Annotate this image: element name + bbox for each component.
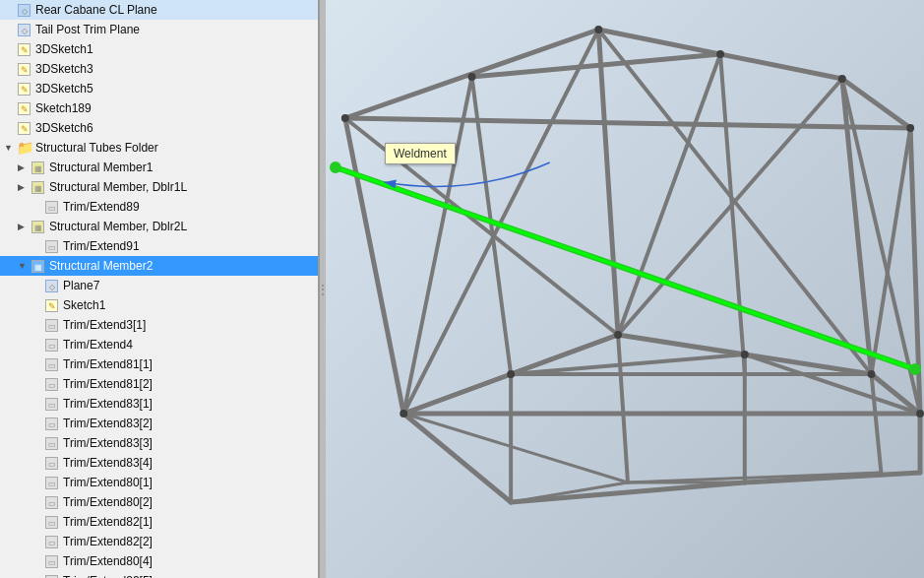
tree-item-3dsketch1[interactable]: ✎3DSketch1 — [0, 39, 318, 59]
svg-point-56 — [741, 351, 749, 358]
tree-item-icon-trim: ▭ — [43, 237, 61, 255]
svg-point-57 — [330, 161, 341, 173]
tree-item-label: Trim/Extend4 — [61, 336, 133, 353]
tree-item-icon-trim: ▭ — [43, 513, 61, 531]
tree-item-trim-extend80-1[interactable]: ▭Trim/Extend80[1] — [0, 473, 318, 492]
tree-item-label: Trim/Extend82[2] — [61, 533, 153, 550]
tree-item-label: 3DSketch5 — [33, 80, 93, 97]
svg-point-49 — [400, 410, 407, 417]
tree-item-icon-trim: ▭ — [43, 395, 61, 413]
tree-item-trim-extend91[interactable]: ▭Trim/Extend91 — [0, 236, 318, 256]
svg-point-50 — [614, 331, 622, 339]
tree-item-trim-extend83-3[interactable]: ▭Trim/Extend83[3] — [0, 433, 318, 453]
tree-item-3dsketch3[interactable]: ✎3DSketch3 — [0, 59, 318, 79]
tree-item-label: Trim/Extend83[3] — [61, 434, 153, 452]
tree-item-label: Trim/Extend81[2] — [61, 375, 153, 393]
svg-point-53 — [468, 73, 476, 81]
tree-item-label: Structural Member, Dblr2L — [47, 218, 187, 235]
tree-item-icon-trim: ▭ — [43, 552, 61, 570]
tree-item-icon-sketch: ✎ — [43, 296, 61, 314]
tree-item-label: Trim/Extend91 — [61, 237, 140, 255]
tree-item-icon-trim: ▭ — [43, 355, 61, 373]
feature-tree-panel[interactable]: ◇Rear Cabane CL Plane◇Tail Post Trim Pla… — [0, 0, 320, 578]
svg-point-46 — [594, 26, 602, 33]
tree-item-icon-trim: ▭ — [43, 493, 61, 511]
tree-item-icon-trim: ▭ — [43, 474, 61, 491]
tree-item-icon-struct: ▦ — [30, 218, 47, 235]
tree-item-label: Structural Member1 — [47, 159, 153, 176]
tree-item-label: Trim/Extend81[1] — [61, 355, 153, 373]
tree-item-label: Structural Member, Dblr1L — [47, 178, 187, 196]
tree-item-label: Trim/Extend80[2] — [61, 493, 153, 511]
expand-icon[interactable]: ▶ — [18, 159, 30, 176]
svg-point-47 — [838, 75, 846, 83]
svg-point-54 — [716, 50, 724, 58]
tree-item-icon-trim: ▭ — [43, 336, 61, 353]
tree-item-struct-member-dblr1l[interactable]: ▶▦Structural Member, Dblr1L — [0, 177, 318, 197]
tree-item-trim-extend80-2[interactable]: ▭Trim/Extend80[2] — [0, 492, 318, 512]
tree-item-icon-sketch3d: ✎ — [16, 40, 33, 58]
tree-item-rear-cabane[interactable]: ◇Rear Cabane CL Plane — [0, 0, 318, 20]
tree-item-trim-extend3-1[interactable]: ▭Trim/Extend3[1] — [0, 315, 318, 335]
svg-point-51 — [868, 370, 876, 378]
tree-item-label: Trim/Extend83[4] — [61, 454, 153, 472]
svg-point-45 — [341, 114, 349, 122]
expand-icon[interactable]: ▶ — [18, 178, 30, 196]
tree-item-plane7[interactable]: ◇Plane7 — [0, 276, 318, 295]
tree-item-struct-member1[interactable]: ▶▦Structural Member1 — [0, 158, 318, 177]
svg-point-58 — [909, 363, 921, 375]
tree-item-trim-extend82-1[interactable]: ▭Trim/Extend82[1] — [0, 512, 318, 532]
tree-item-label: Sketch189 — [33, 99, 92, 117]
tree-item-label: Structural Member2 — [47, 257, 153, 275]
tree-item-trim-extend81-1[interactable]: ▭Trim/Extend81[1] — [0, 354, 318, 374]
tree-item-sketch189[interactable]: ✎Sketch189 — [0, 98, 318, 118]
tree-item-trim-extend81-2[interactable]: ▭Trim/Extend81[2] — [0, 374, 318, 394]
tree-item-3dsketch6[interactable]: ✎3DSketch6 — [0, 118, 318, 138]
svg-point-48 — [906, 124, 914, 132]
tree-item-icon-sketch: ✎ — [16, 99, 33, 117]
tree-item-label: Trim/Extend83[1] — [61, 395, 153, 413]
tree-item-label: Plane7 — [61, 277, 99, 294]
tree-item-icon-plane: ◇ — [43, 277, 61, 294]
tree-item-icon-struct: ▦ — [30, 257, 47, 275]
tree-item-trim-extend83-4[interactable]: ▭Trim/Extend83[4] — [0, 453, 318, 473]
tree-item-icon-trim: ▭ — [43, 454, 61, 472]
expand-icon[interactable]: ▼ — [18, 257, 30, 275]
tree-item-icon-sketch3d: ✎ — [16, 119, 33, 137]
tree-item-icon-folder: 📁 — [16, 139, 33, 157]
tree-item-label: Trim/Extend89 — [61, 198, 140, 216]
tree-item-icon-struct: ▦ — [30, 178, 47, 196]
tree-item-3dsketch5[interactable]: ✎3DSketch5 — [0, 79, 318, 98]
weldment-tooltip: Weldment — [385, 143, 456, 164]
tree-item-trim-extend83-2[interactable]: ▭Trim/Extend83[2] — [0, 414, 318, 433]
tree-item-trim-extend80-5[interactable]: ▭Trim/Extend80[5] — [0, 571, 318, 578]
tree-item-trim-extend83-1[interactable]: ▭Trim/Extend83[1] — [0, 394, 318, 414]
tree-item-struct-member-dblr2l[interactable]: ▶▦Structural Member, Dblr2L — [0, 217, 318, 236]
tree-item-icon-trim: ▭ — [43, 415, 61, 432]
tree-item-icon-struct: ▦ — [30, 159, 47, 176]
tree-item-icon-trim: ▭ — [43, 198, 61, 216]
tree-item-label: Trim/Extend80[5] — [61, 572, 153, 578]
tree-item-struct-member2[interactable]: ▼▦Structural Member2 — [0, 256, 318, 276]
tree-item-icon-sketch3d: ✎ — [16, 80, 33, 97]
tree-item-label: Trim/Extend80[1] — [61, 474, 153, 491]
tree-item-label: 3DSketch6 — [33, 119, 93, 137]
tree-item-trim-extend89[interactable]: ▭Trim/Extend89 — [0, 197, 318, 217]
svg-point-52 — [916, 410, 924, 417]
tree-item-icon-trim: ▭ — [43, 434, 61, 452]
svg-point-55 — [507, 370, 515, 378]
tree-item-sketch1[interactable]: ✎Sketch1 — [0, 295, 318, 315]
expand-icon[interactable]: ▶ — [18, 218, 30, 235]
3d-structure-svg — [326, 0, 924, 578]
tree-item-trim-extend82-2[interactable]: ▭Trim/Extend82[2] — [0, 532, 318, 551]
tree-item-icon-sketch3d: ✎ — [16, 60, 33, 78]
tree-item-label: Rear Cabane CL Plane — [33, 1, 157, 19]
tree-item-tail-post[interactable]: ◇Tail Post Trim Plane — [0, 20, 318, 39]
tree-item-label: Structural Tubes Folder — [33, 139, 158, 157]
expand-icon[interactable]: ▼ — [4, 139, 16, 157]
tree-item-trim-extend80-4[interactable]: ▭Trim/Extend80[4] — [0, 551, 318, 571]
tree-item-icon-plane: ◇ — [16, 21, 33, 38]
tree-item-struct-tubes-folder[interactable]: ▼📁Structural Tubes Folder — [0, 138, 318, 158]
tree-item-trim-extend4[interactable]: ▭Trim/Extend4 — [0, 335, 318, 354]
3d-viewport[interactable]: Weldment — [326, 0, 924, 578]
